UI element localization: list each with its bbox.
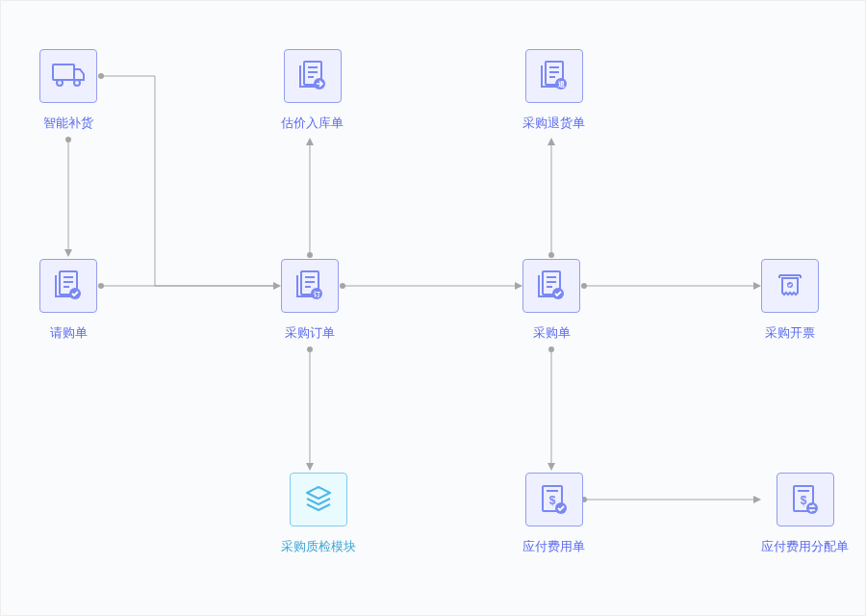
svg-marker-2: [64, 249, 72, 257]
svg-marker-24: [548, 463, 555, 471]
node-valuation-inbound[interactable]: 估价入库单: [281, 49, 344, 132]
svg-rect-28: [53, 64, 74, 80]
node-label: 智能补货: [43, 115, 93, 132]
node-expense-allocation[interactable]: $ 应付费用分配单: [761, 473, 849, 555]
svg-marker-27: [753, 496, 761, 503]
svg-point-29: [57, 80, 63, 86]
layers-icon: [290, 473, 347, 526]
svg-text:订: 订: [313, 291, 320, 298]
svg-marker-18: [548, 138, 555, 145]
node-label: 应付费用分配单: [761, 538, 849, 555]
node-label: 采购退货单: [522, 115, 585, 132]
svg-point-66: [806, 502, 818, 514]
node-label: 采购开票: [765, 324, 815, 342]
document-forward-icon: [284, 49, 342, 103]
svg-marker-21: [753, 282, 761, 290]
document-return-icon: 退: [525, 49, 583, 103]
node-purchase-request[interactable]: 请购单: [39, 259, 97, 342]
node-quality-module[interactable]: 采购质检模块: [281, 473, 356, 555]
node-label: 请购单: [50, 324, 88, 342]
node-purchase-return[interactable]: 退 采购退货单: [522, 49, 585, 132]
svg-text:$: $: [548, 494, 555, 507]
node-label: 采购质检模块: [281, 538, 356, 555]
node-label: 估价入库单: [281, 115, 344, 132]
node-purchase-invoice[interactable]: 采购开票: [761, 259, 819, 342]
node-label: 采购单: [533, 324, 571, 342]
svg-text:退: 退: [556, 80, 565, 88]
node-smart-replenish[interactable]: 智能补货: [39, 49, 97, 132]
document-check-icon: [522, 259, 580, 313]
svg-marker-9: [306, 138, 314, 145]
document-check-icon: [39, 259, 97, 313]
node-purchase-bill[interactable]: 采购单: [522, 259, 580, 342]
svg-point-30: [74, 80, 80, 86]
receipt-icon: [761, 259, 819, 313]
connection-layer: [1, 1, 866, 616]
document-money-check-icon: $: [525, 473, 583, 526]
node-label: 采购订单: [285, 324, 335, 342]
node-label: 应付费用单: [522, 538, 585, 555]
svg-text:$: $: [800, 494, 806, 507]
document-order-icon: 订: [281, 259, 339, 313]
svg-marker-12: [515, 282, 522, 290]
node-payable-expense[interactable]: $ 应付费用单: [522, 473, 585, 555]
truck-icon: [39, 49, 97, 103]
node-purchase-order[interactable]: 订 采购订单: [281, 259, 339, 342]
svg-marker-15: [306, 463, 314, 471]
document-money-swap-icon: $: [777, 473, 834, 526]
